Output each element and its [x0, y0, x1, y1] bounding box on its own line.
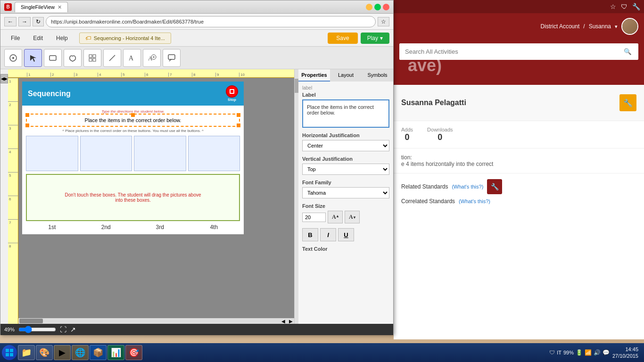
app-toolbar: A A — [0, 47, 393, 69]
tab-properties[interactable]: Properties — [298, 69, 330, 82]
svg-text:▲: ▲ — [336, 214, 339, 218]
minimize-button[interactable] — [366, 4, 372, 10]
drop-area[interactable]: Don't touch these boxes. The student wil… — [26, 174, 240, 221]
font-size-decrease-button[interactable]: A▼ — [345, 211, 360, 223]
tab-close-icon[interactable]: ✕ — [58, 4, 62, 10]
correlated-standards-link[interactable]: (What's this?) — [459, 198, 490, 204]
taskbar-dropbox[interactable]: 📦 — [90, 345, 107, 360]
horiz-justification-select[interactable]: Center — [302, 140, 389, 151]
tab-title: SingleFileView — [21, 4, 55, 10]
tab-layout[interactable]: Layout — [330, 69, 362, 82]
star-bookmark-icon[interactable]: ☆ — [378, 17, 389, 26]
notifications-icon: 💬 — [603, 349, 610, 356]
panel-inner: Properties Layout Symbols label Label Pl… — [298, 69, 393, 257]
tool-freeform[interactable] — [64, 49, 82, 67]
user-chevron-icon: ▾ — [615, 24, 618, 30]
taskbar-paint[interactable]: 🎨 — [36, 345, 53, 360]
app-menubar: File Edit Help 🏷 Sequencing - Horizontal… — [0, 30, 393, 47]
font-family-select[interactable]: Tahoma — [302, 187, 389, 198]
drag-box-3[interactable] — [134, 136, 186, 171]
play-button[interactable]: Play ▾ — [361, 33, 389, 44]
svg-rect-3 — [89, 55, 92, 58]
panel-top-section: ☆ 🛡 🔧 District Account / Susanna ▾ 🔍 — [394, 0, 644, 85]
related-standards-label: Related Standards — [401, 183, 448, 190]
panel-tabs: Properties Layout Symbols — [298, 69, 393, 82]
separator: / — [583, 23, 585, 30]
tool-text-style[interactable]: A — [143, 49, 161, 67]
tool-text[interactable]: A — [123, 49, 141, 67]
underline-button[interactable]: U — [338, 228, 354, 241]
taskbar-media[interactable]: ▶ — [54, 345, 71, 360]
profile-name: Susanna Pelagatti — [401, 99, 466, 107]
drag-box-4[interactable] — [188, 136, 240, 171]
taskbar-excel[interactable]: 📊 — [107, 345, 124, 360]
related-standards-link[interactable]: (What's this?) — [452, 184, 483, 189]
label-4th: 4th — [188, 224, 240, 230]
font-size-input[interactable] — [302, 213, 326, 222]
panel-collapse-button[interactable]: ◀▶ — [0, 74, 8, 83]
canvas-area[interactable]: Sequencing Stop Type the directions the … — [18, 78, 294, 324]
back-button[interactable]: ← — [4, 17, 17, 26]
scrollbar-thumb[interactable] — [19, 319, 43, 323]
taskbar-browser[interactable]: 🌐 — [72, 345, 89, 360]
language-indicator: IT — [557, 350, 561, 355]
italic-button[interactable]: I — [320, 228, 336, 241]
district-account-link[interactable]: District Account — [541, 23, 580, 30]
downloads-stat: Downloads 0 — [427, 127, 453, 142]
browser-toolbar: ← → ↻ https://unipi.boardmakeronline.com… — [0, 14, 393, 30]
save-button[interactable]: Save — [328, 33, 357, 44]
zoom-external-icon[interactable]: ↗ — [70, 326, 76, 333]
tool-arrow[interactable] — [24, 49, 42, 67]
instruction-text-content: Place the items in the correct order bel… — [85, 117, 182, 123]
tab-symbols[interactable]: Symbols — [362, 69, 393, 82]
menu-edit[interactable]: Edit — [26, 32, 50, 44]
sequence-title-text: Sequencing - Horizontal 4 Ite... — [94, 35, 165, 41]
start-button[interactable] — [2, 345, 17, 360]
scroll-left-icon[interactable]: ◀ — [280, 319, 287, 324]
close-button[interactable] — [383, 4, 389, 10]
menu-help[interactable]: Help — [50, 32, 74, 44]
vert-justification-select[interactable]: Top — [302, 164, 389, 175]
search-button[interactable]: 🔍 — [617, 43, 638, 60]
drag-box-1[interactable] — [26, 136, 78, 171]
related-standards-button[interactable]: 🔧 — [487, 179, 502, 194]
user-link[interactable]: Susanna — [589, 23, 611, 30]
taskbar-powerpoint[interactable]: 🎯 — [125, 345, 142, 360]
tool-pointer-circle[interactable] — [4, 49, 22, 67]
stop-button[interactable]: Stop — [226, 85, 238, 102]
drag-area-hint: ^ Place pictures in the correct order on… — [26, 129, 240, 133]
tool-speech-bubble[interactable] — [163, 49, 181, 67]
browser-tab[interactable]: SingleFileView ✕ — [15, 2, 68, 12]
taskbar-file-explorer[interactable]: 📁 — [18, 345, 35, 360]
system-tray: 🛡 IT 99% 🔋 📶 🔊 💬 — [549, 349, 610, 356]
panel-scroll-thumb[interactable] — [295, 79, 298, 93]
maximize-button[interactable] — [374, 4, 381, 10]
panel-vertical-scrollbar[interactable] — [295, 69, 298, 324]
font-size-increase-button[interactable]: A▲ — [328, 211, 343, 223]
font-family-label: Font Family — [302, 180, 389, 185]
address-bar[interactable]: https://unipi.boardmakeronline.com/Board… — [46, 16, 376, 27]
zoom-slider[interactable] — [18, 326, 56, 333]
downloads-label: Downloads — [427, 127, 453, 132]
bold-button[interactable]: B — [302, 228, 318, 241]
wrench-button[interactable]: 🔧 — [619, 94, 636, 111]
horizontal-scrollbar[interactable]: ◀ ▶ — [18, 318, 294, 324]
instruction-text[interactable]: Place the items in the correct order bel… — [26, 114, 240, 127]
tool-line[interactable] — [103, 49, 121, 67]
browser-titlebar: B SingleFileView ✕ — [0, 0, 393, 14]
tool-rectangle[interactable] — [44, 49, 62, 67]
text-color-label: Text Color — [302, 246, 389, 252]
forward-button[interactable]: → — [18, 17, 31, 26]
text-preview-box[interactable]: Place the items in the correct order bel… — [302, 99, 389, 128]
tool-grid[interactable] — [83, 49, 101, 67]
scroll-right-icon[interactable]: ▶ — [288, 319, 294, 324]
avatar[interactable] — [621, 18, 638, 35]
zoom-fullscreen-icon[interactable]: ⛶ — [60, 326, 66, 333]
menu-file[interactable]: File — [4, 32, 26, 44]
reload-button[interactable]: ↻ — [33, 17, 44, 26]
browser-window: B SingleFileView ✕ ← → ↻ https://unipi.b… — [0, 0, 394, 335]
clock: 14:45 27/10/2015 — [612, 346, 638, 360]
svg-text:▼: ▼ — [353, 215, 356, 220]
drag-box-2[interactable] — [80, 136, 132, 171]
svg-text:A: A — [129, 55, 134, 62]
